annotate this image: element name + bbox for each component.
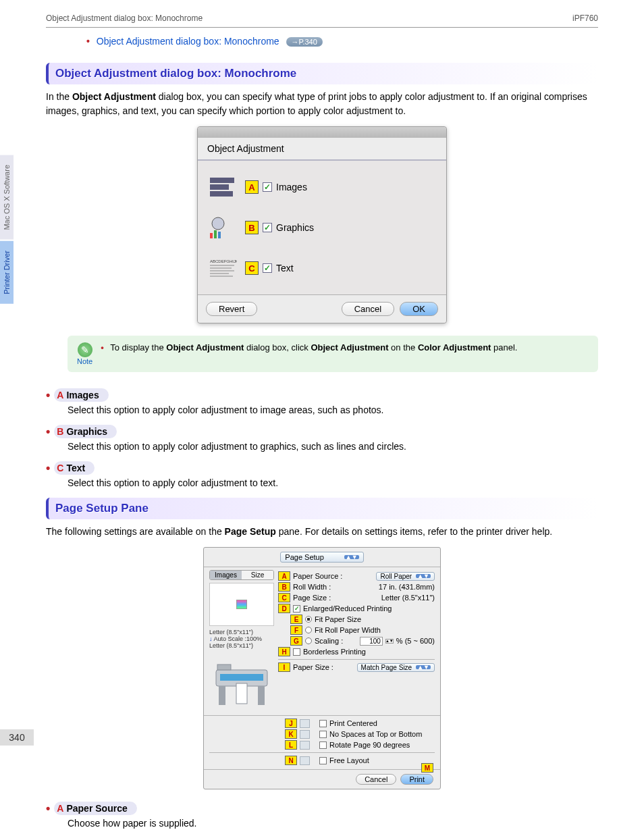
badge-a: A — [245, 180, 259, 194]
dialog-titlebar — [198, 127, 446, 138]
svg-rect-17 — [258, 686, 265, 705]
bullet-dot: • — [86, 36, 90, 47]
item-a-head: • A Images — [46, 388, 598, 402]
cancel-button[interactable]: Cancel — [342, 302, 394, 316]
tab-images[interactable]: Images — [210, 571, 242, 579]
dialog-row-images: A Images — [207, 174, 437, 200]
page-preview — [209, 583, 274, 626]
item-ps-a-desc: Choose how paper is supplied. — [68, 818, 598, 829]
paper-size-i-label: Paper Size : — [293, 663, 333, 671]
rotate-icon — [300, 741, 310, 750]
header-left: Object Adjustment dialog box: Monochrome — [46, 14, 203, 23]
fit-paper-size-label: Fit Paper Size — [315, 615, 361, 623]
text-icon: ABCDEFGHIJK — [207, 255, 238, 281]
borderless-label: Borderless Printing — [303, 648, 366, 656]
side-tab-printer-driver[interactable]: Printer Driver — [0, 241, 14, 304]
graphics-icon — [207, 215, 238, 240]
borderless-checkbox[interactable] — [293, 648, 300, 656]
images-checkbox[interactable] — [263, 182, 272, 192]
ok-button[interactable]: OK — [400, 302, 438, 316]
svg-rect-2 — [210, 191, 233, 197]
side-tabs: Mac OS X Software Printer Driver — [0, 155, 34, 305]
section1-intro: In the Object Adjustment dialog box, you… — [46, 90, 598, 118]
item-c-head: • C Text — [46, 461, 598, 475]
text-checkbox[interactable] — [263, 263, 272, 273]
no-spaces-label: No Spaces at Top or Bottom — [329, 730, 422, 738]
page-size-value: Letter (8.5"x11") — [381, 594, 435, 602]
paper-size-select[interactable]: Match Page Size▲▼ — [357, 663, 435, 672]
scaling-input[interactable]: 100 — [360, 637, 383, 646]
badge-ps-h: H — [278, 647, 290, 656]
note-label: Note — [77, 357, 92, 365]
svg-rect-16 — [219, 686, 225, 705]
badge-ps-j: J — [285, 719, 297, 728]
badge-c: C — [245, 261, 259, 275]
scaling-range: % (5 ~ 600) — [396, 637, 435, 645]
scaling-stepper[interactable]: ▲▼ — [385, 639, 394, 644]
chevron-updown-icon: ▲▼ — [416, 574, 431, 578]
page-number: 340 — [0, 729, 34, 746]
section2-intro: The following settings are available on … — [46, 525, 598, 539]
note-box: Note • To display the Object Adjustment … — [68, 336, 598, 372]
section-object-adjustment: Object Adjustment dialog box: Monochrome — [46, 63, 598, 84]
fit-roll-width-label: Fit Roll Paper Width — [315, 626, 381, 634]
header-divider — [46, 27, 598, 28]
svg-rect-1 — [210, 184, 229, 190]
dialog-row-graphics: B Graphics — [207, 215, 437, 240]
scaling-radio[interactable] — [305, 637, 312, 644]
side-tab-software[interactable]: Mac OS X Software — [0, 155, 14, 240]
item-b-desc: Select this option to apply color adjust… — [68, 441, 598, 452]
badge-ps-g: G — [290, 636, 302, 646]
chevron-updown-icon: ▲▼ — [416, 665, 431, 669]
page-header: Object Adjustment dialog box: Monochrome… — [0, 0, 644, 27]
svg-rect-0 — [210, 178, 234, 183]
chevron-updown-icon: ▲▼ — [344, 555, 359, 559]
item-b-head: • B Graphics — [46, 425, 598, 438]
page-setup-select[interactable]: Page Setup ▲▼ — [280, 552, 363, 563]
item-c-desc: Select this option to apply color adjust… — [68, 477, 598, 488]
bullet-link-line: • Object Adjustment dialog box: Monochro… — [86, 36, 644, 47]
preview-meta: Letter (8.5"x11") ↓ Auto Scale :100% Let… — [209, 629, 274, 649]
note-text: • To display the Object Adjustment dialo… — [101, 342, 517, 353]
preview-tabs[interactable]: Images Size — [209, 570, 274, 580]
graphics-checkbox[interactable] — [263, 223, 272, 232]
rotate-checkbox[interactable] — [319, 741, 327, 749]
page-setup-dialog: Page Setup ▲▼ Images Size Letter (8.5"x1… — [203, 547, 441, 789]
free-layout-label: Free Layout — [329, 756, 369, 764]
paper-source-select[interactable]: Roll Paper▲▼ — [376, 572, 435, 581]
print-centered-checkbox[interactable] — [319, 720, 327, 727]
badge-ps-f: F — [290, 625, 302, 635]
no-spaces-icon — [300, 730, 310, 739]
svg-text:ABCDEFGHIJK: ABCDEFGHIJK — [210, 259, 237, 263]
enlarged-reduced-label: Enlarged/Reduced Printing — [303, 604, 392, 613]
badge-ps-l: L — [285, 740, 297, 750]
enlarged-reduced-checkbox[interactable] — [293, 605, 300, 613]
fit-roll-width-radio[interactable] — [305, 627, 312, 633]
svg-rect-6 — [218, 232, 221, 238]
badge-ps-k: K — [285, 729, 297, 739]
free-layout-checkbox[interactable] — [319, 757, 327, 764]
no-spaces-checkbox[interactable] — [319, 731, 327, 738]
crossref-p340[interactable]: →P.340 — [286, 37, 323, 47]
item-a-desc: Select this option to apply color adjust… — [68, 405, 598, 415]
object-adjustment-link[interactable]: Object Adjustment dialog box: Monochrome — [97, 36, 279, 47]
svg-rect-4 — [210, 233, 213, 238]
item-ps-a-head: • A Paper Source — [46, 802, 598, 815]
object-adjustment-dialog: Object Adjustment A Images B Graph — [197, 126, 447, 323]
images-label: Images — [276, 182, 307, 192]
svg-rect-5 — [214, 230, 217, 238]
paper-source-label: Paper Source : — [293, 572, 342, 580]
page-size-label: Page Size : — [293, 594, 331, 602]
fit-paper-size-radio[interactable] — [305, 616, 312, 623]
print-centered-label: Print Centered — [329, 719, 377, 727]
svg-point-3 — [212, 217, 224, 230]
revert-button[interactable]: Revert — [206, 302, 257, 316]
svg-rect-18 — [217, 664, 231, 670]
ps-cancel-button[interactable]: Cancel — [356, 774, 396, 785]
section-page-setup: Page Setup Pane — [46, 498, 598, 519]
svg-rect-14 — [220, 674, 263, 681]
ps-print-button[interactable]: Print — [400, 774, 433, 785]
scaling-label: Scaling : — [315, 637, 343, 645]
badge-b: B — [245, 221, 259, 234]
tab-size[interactable]: Size — [242, 571, 273, 579]
